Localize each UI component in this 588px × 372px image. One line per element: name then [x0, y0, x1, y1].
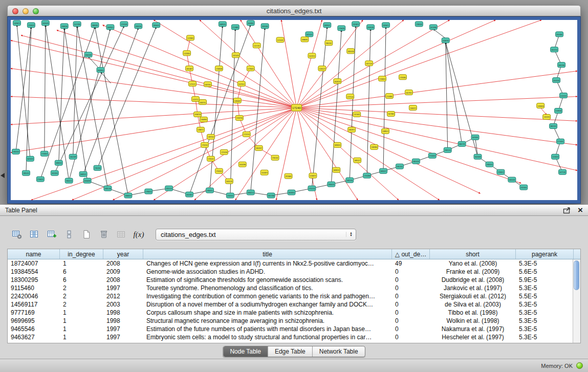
graph-node[interactable]: 1390287 — [233, 98, 241, 103]
graph-node[interactable]: 1824509 — [474, 154, 482, 159]
graph-node[interactable]: 1835672 — [382, 23, 390, 28]
graph-node[interactable]: 1845310 — [508, 177, 516, 182]
graph-node[interactable]: 1755098 — [363, 173, 371, 178]
graph-node[interactable]: 1752043 — [428, 153, 436, 158]
graph-node[interactable]: 1905138 — [104, 186, 112, 191]
table-scrollbar[interactable] — [573, 259, 580, 343]
graph-node[interactable]: 1443453 — [560, 93, 568, 98]
graph-node[interactable]: 1160472 — [409, 105, 417, 111]
graph-node[interactable]: 1564950 — [200, 117, 207, 122]
table-row[interactable]: 1456911722003Disruption of a novel membe… — [8, 300, 580, 309]
table-row[interactable]: 1938455462009Genome-wide association stu… — [8, 268, 580, 276]
graph-node[interactable]: 1220603 — [187, 35, 194, 40]
graph-node[interactable]: 1761342 — [271, 155, 279, 160]
graph-node[interactable]: 1595818 — [537, 103, 545, 108]
graph-node[interactable]: 2066033 — [124, 193, 132, 198]
graph-node[interactable]: 1734509 — [120, 21, 128, 27]
graph-node[interactable]: 1851807 — [186, 66, 193, 71]
delete-table-button[interactable] — [96, 228, 112, 241]
graph-node[interactable]: 1644530 — [553, 78, 560, 83]
import-table-button[interactable] — [114, 228, 129, 241]
graph-node[interactable]: 1809234 — [333, 167, 340, 172]
graph-node[interactable]: 1924503 — [520, 185, 528, 190]
graph-node[interactable]: 1210034 — [552, 154, 559, 159]
column-header-out_degree[interactable]: △ out_de… — [392, 249, 430, 259]
table-row[interactable]: 2242004622012Investigating the contribut… — [8, 292, 580, 300]
graph-node[interactable]: 1903450 — [12, 149, 19, 154]
graph-node[interactable]: 1650439 — [367, 25, 375, 30]
graph-node[interactable]: 1604742 — [199, 100, 207, 105]
graph-node[interactable]: 1425712 — [192, 97, 200, 102]
graph-node[interactable]: 1789340 — [415, 21, 423, 27]
graph-node[interactable]: 1523789 — [73, 21, 81, 27]
table-mode-button[interactable] — [9, 228, 25, 241]
graph-node[interactable]: 1652309 — [69, 154, 77, 159]
graph-node[interactable]: 1773031 — [557, 139, 564, 144]
graph-node[interactable]: 1756209 — [338, 26, 345, 31]
column-header-title[interactable]: title — [143, 249, 392, 259]
graph-node[interactable]: 1950213 — [65, 178, 73, 183]
graph-node[interactable]: 1723890 — [231, 25, 239, 30]
graph-node[interactable]: 1286711 — [197, 127, 205, 132]
graph-node[interactable]: 1695034 — [334, 142, 341, 147]
graph-node[interactable]: 1750342 — [215, 168, 223, 173]
graph-node[interactable]: 1844902 — [247, 20, 254, 26]
graph-node[interactable]: 1154982 — [386, 94, 394, 99]
graph-node[interactable]: 1750923 — [40, 151, 48, 156]
graph-node[interactable]: 1905203 — [22, 170, 30, 176]
graph-node[interactable]: 1626150 — [334, 79, 341, 84]
graph-node[interactable]: 1823450 — [51, 170, 58, 176]
graph-node[interactable]: 1802345 — [346, 178, 354, 183]
graph-node[interactable]: 1420045 — [183, 51, 191, 56]
graph-node[interactable]: 1443455 — [543, 114, 551, 119]
graph-node[interactable]: 1695327 — [354, 158, 361, 163]
column-header-in_degree[interactable]: in_degree — [60, 249, 103, 259]
graph-node[interactable]: 1802345 — [550, 123, 557, 128]
collapse-panel-arrow[interactable] — [1, 173, 5, 178]
graph-node[interactable]: 1246072 — [309, 173, 317, 178]
graph-node[interactable]: 1762340 — [94, 165, 101, 170]
function-builder-button[interactable]: f(x) — [131, 228, 146, 241]
graph-node[interactable]: 1680523 — [79, 171, 87, 177]
graph-node[interactable]: 1832602 — [186, 192, 193, 197]
graph-node[interactable]: 1834055 — [288, 190, 295, 195]
graph-node[interactable]: 1585906 — [371, 144, 378, 149]
graph-node[interactable]: 1790514 — [145, 189, 153, 194]
graph-node[interactable]: 1623498 — [429, 25, 437, 30]
table-row[interactable]: 969969511998Structural magnetic resonanc… — [8, 317, 580, 325]
graph-node[interactable]: 1837591 — [204, 82, 211, 87]
graph-node[interactable]: 1748503 — [379, 76, 386, 81]
graph-node[interactable]: 1677140 — [559, 169, 567, 174]
graph-node[interactable]: 1159518 — [555, 108, 562, 114]
graph-node[interactable]: 1973470 — [232, 53, 239, 58]
table-row[interactable]: 977716911998Corpus callosum shape and si… — [8, 309, 580, 317]
graph-hub-node[interactable]: 17240 — [292, 104, 302, 111]
graph-node[interactable]: 1977135 — [365, 61, 373, 66]
row-tools-button[interactable] — [61, 228, 77, 241]
graph-node[interactable]: 1275641 — [247, 66, 254, 71]
graph-node[interactable]: 1951352 — [396, 164, 403, 169]
graph-node[interactable]: 1497354 — [207, 134, 214, 139]
graph-node[interactable]: 1225431 — [276, 37, 284, 42]
graph-node[interactable]: 1275172 — [189, 81, 197, 86]
graph-node[interactable]: 1675432 — [306, 32, 313, 37]
create-column-button[interactable] — [44, 228, 59, 241]
graph-node[interactable]: 1645120 — [225, 179, 233, 184]
table-row[interactable]: 946362711997Embryonic stem cells: a mode… — [8, 333, 580, 341]
scrollbar-thumb[interactable] — [574, 260, 579, 290]
graph-node[interactable]: 1745083 — [399, 75, 406, 80]
graph-node[interactable]: 2063109 — [84, 52, 92, 57]
minimize-window-button[interactable] — [23, 8, 29, 14]
show-columns-button[interactable] — [27, 228, 42, 241]
graph-node[interactable]: 1804529 — [412, 159, 420, 164]
graph-node[interactable]: 1759023 — [497, 169, 505, 174]
network-canvas[interactable]: 1829873175932016056781948206152378918804… — [11, 20, 577, 200]
graph-node[interactable]: 1906220 — [328, 182, 335, 187]
graph-node[interactable]: 1427512 — [237, 81, 245, 86]
graph-node[interactable]: 1850214 — [247, 190, 254, 195]
table-row[interactable]: 1830029562008Estimation of significance … — [8, 276, 580, 284]
graph-node[interactable]: 1625034 — [26, 156, 34, 161]
graph-node[interactable]: 1829873 — [13, 20, 20, 26]
graph-node[interactable]: 1923874 — [352, 21, 360, 27]
graph-node[interactable]: 1948206 — [60, 24, 68, 29]
